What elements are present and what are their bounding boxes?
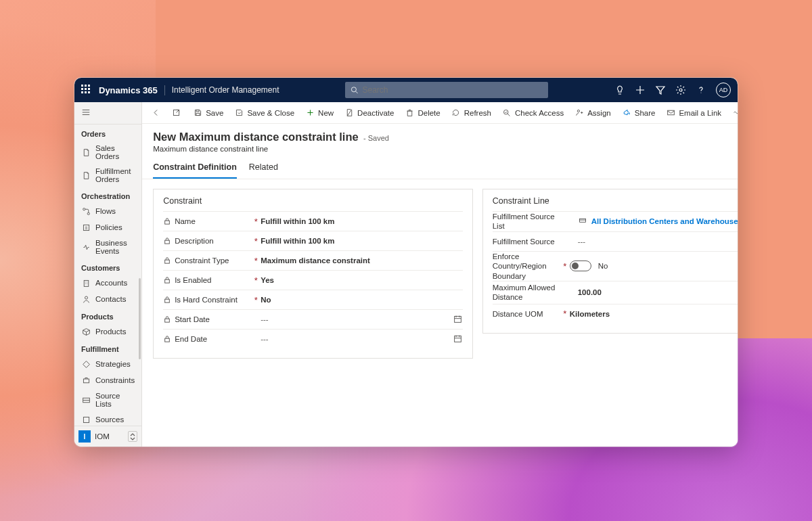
refresh-button[interactable]: Refresh [447, 106, 496, 120]
field-value: --- [578, 237, 738, 246]
field-value: Yes [261, 276, 463, 284]
calendar-icon[interactable] [453, 315, 463, 324]
page-title: New Maximum distance constraint line [153, 131, 359, 143]
sidebar-group-orchestration: Orchestration [74, 187, 141, 203]
field-label: Is Hard Constraint [175, 296, 238, 304]
field-enforce-boundary[interactable]: Enforce Country/Region Boundary * No [493, 251, 738, 281]
sidebar-item-policies[interactable]: Policies [74, 219, 141, 235]
sidebar-area-switcher[interactable]: I IOM [74, 426, 141, 447]
sidebar-item-label: Business Events [95, 239, 135, 255]
sidebar-item-sources[interactable]: Sources [74, 411, 141, 426]
sidebar-item-source-lists[interactable]: Source Lists [74, 388, 141, 411]
cmd-label: Check Access [515, 109, 564, 117]
field-max-distance[interactable]: Maximum Allowed Distance 100.00 [493, 281, 738, 304]
required-indicator: * [251, 256, 261, 266]
field-label: End Date [175, 335, 207, 343]
help-icon[interactable] [696, 85, 706, 95]
field-start-date[interactable]: Start Date --- [163, 309, 463, 329]
email-link-button[interactable]: Email a Link [661, 106, 726, 120]
svg-rect-38 [164, 299, 169, 302]
sidebar-item-strategies[interactable]: Strategies [74, 356, 141, 372]
flow-button[interactable]: Flow [727, 106, 738, 120]
sidebar-item-fulfillment-orders[interactable]: Fulfillment Orders [74, 164, 141, 187]
area-label: IOM [95, 432, 110, 440]
svg-rect-13 [84, 280, 89, 286]
sidebar-item-business-events[interactable]: Business Events [74, 235, 141, 258]
svg-line-26 [347, 110, 352, 116]
save-button[interactable]: Save [188, 106, 228, 120]
field-end-date[interactable]: End Date --- [163, 329, 463, 348]
check-access-button[interactable]: Check Access [497, 106, 568, 120]
tab-related[interactable]: Related [249, 157, 278, 179]
svg-point-11 [87, 212, 89, 214]
filter-icon[interactable] [655, 85, 666, 95]
plus-icon[interactable] [635, 85, 646, 95]
new-button[interactable]: New [300, 106, 338, 120]
field-fulfillment-source-list[interactable]: Fulfillment Source List All Distribution… [493, 211, 738, 231]
calendar-icon[interactable] [453, 334, 463, 344]
svg-rect-30 [668, 110, 675, 115]
svg-point-0 [352, 87, 357, 92]
sidebar-item-accounts[interactable]: Accounts [74, 275, 141, 291]
sidebar-scrollbar[interactable] [139, 278, 141, 359]
svg-rect-15 [83, 379, 89, 383]
app-window: Dynamics 365 Intelligent Order Managemen… [74, 78, 738, 447]
back-button[interactable] [146, 106, 165, 120]
panel-title: Constraint [163, 196, 463, 206]
constraint-icon [81, 376, 91, 385]
strategy-icon [81, 359, 91, 369]
assign-button[interactable]: Assign [570, 106, 616, 120]
delete-icon [405, 108, 414, 118]
svg-line-1 [356, 91, 358, 93]
search-input[interactable] [363, 85, 543, 95]
sidebar-item-label: Products [95, 327, 126, 336]
share-button[interactable]: Share [617, 106, 660, 120]
toggle-switch[interactable] [570, 260, 591, 271]
document-icon [81, 148, 91, 157]
delete-button[interactable]: Delete [400, 106, 445, 120]
open-new-window-button[interactable] [166, 106, 185, 120]
sidebar-item-flows[interactable]: Flows [74, 203, 141, 219]
deactivate-button[interactable]: Deactivate [340, 106, 399, 120]
brand-name: Dynamics 365 [99, 85, 165, 95]
field-distance-uom[interactable]: Distance UOM * Kilometers [493, 304, 738, 323]
check-access-icon [502, 108, 512, 118]
app-launcher-icon[interactable] [81, 85, 92, 95]
sidebar: Orders Sales Orders Fulfillment Orders O… [74, 102, 142, 447]
plus-icon [305, 108, 315, 118]
back-icon [151, 108, 160, 118]
svg-point-10 [83, 208, 85, 210]
sidebar-item-sales-orders[interactable]: Sales Orders [74, 141, 141, 164]
field-value: Fulfill within 100 km [261, 217, 463, 225]
sidebar-item-label: Policies [95, 223, 122, 231]
lightbulb-icon[interactable] [614, 85, 625, 95]
tab-constraint-definition[interactable]: Constraint Definition [153, 157, 237, 179]
field-description[interactable]: Description * Fulfill within 100 km [163, 231, 463, 250]
package-icon [81, 327, 91, 336]
svg-rect-34 [164, 221, 169, 224]
cmd-label: Save [206, 109, 223, 117]
field-constraint-type[interactable]: Constraint Type * Maximum distance const… [163, 250, 463, 270]
gear-icon[interactable] [675, 85, 686, 95]
svg-point-29 [577, 110, 579, 112]
main-area: Save Save & Close New Deactivate Delete … [142, 102, 738, 447]
topbar: Dynamics 365 Intelligent Order Managemen… [74, 78, 738, 102]
search-box[interactable] [345, 82, 548, 98]
flow-icon [81, 206, 91, 216]
sidebar-item-products[interactable]: Products [74, 323, 141, 340]
field-value-link[interactable]: All Distribution Centers and Warehouses [578, 217, 738, 225]
sidebar-item-constraints[interactable]: Constraints [74, 372, 141, 388]
sidebar-toggle[interactable] [74, 102, 141, 124]
avatar[interactable]: AD [716, 83, 731, 97]
field-fulfillment-source[interactable]: Fulfillment Source --- [493, 231, 738, 251]
sidebar-item-contacts[interactable]: Contacts [74, 291, 141, 307]
save-close-button[interactable]: Save & Close [229, 106, 299, 120]
field-is-hard-constraint[interactable]: Is Hard Constraint * No [163, 290, 463, 309]
svg-rect-40 [454, 316, 461, 322]
svg-line-28 [508, 114, 510, 116]
field-is-enabled[interactable]: Is Enabled * Yes [163, 270, 463, 290]
field-name[interactable]: Name * Fulfill within 100 km [163, 211, 463, 231]
svg-rect-44 [164, 338, 169, 342]
person-icon [81, 294, 91, 304]
sidebar-group-products: Products [74, 307, 141, 323]
